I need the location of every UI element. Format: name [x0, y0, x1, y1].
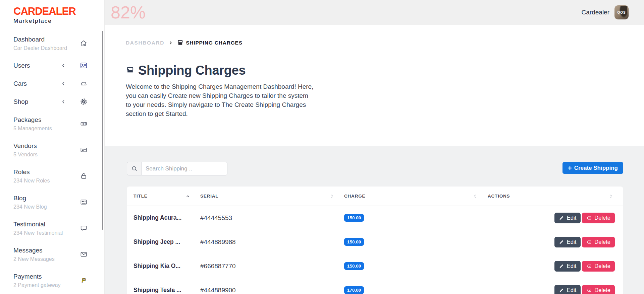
- sort-both-icon[interactable]: [473, 194, 478, 199]
- breadcrumb: DASHBOARD SHIPPING CHARGES: [126, 40, 644, 46]
- edit-label: Edit: [567, 239, 576, 245]
- sidebar-item-dashboard[interactable]: Dashboard Car Dealer Dashboard: [13, 35, 104, 52]
- delete-label: Delete: [594, 263, 610, 269]
- user-name[interactable]: Cardealer: [582, 9, 609, 16]
- table-row: Shipping Tesla ... #444889900 170.00 Edi…: [127, 278, 623, 294]
- edit-button[interactable]: Edit: [554, 213, 581, 223]
- charge-badge: 150.00: [344, 262, 364, 270]
- pencil-icon: [559, 239, 564, 245]
- svg-text:P: P: [82, 277, 86, 284]
- brand-tagline: Marketplace: [13, 18, 104, 24]
- sidebar-item-label: Dashboard: [13, 35, 80, 44]
- chevron-left-icon: [60, 81, 66, 87]
- column-header-charge[interactable]: CHARGE: [344, 194, 488, 199]
- sidebar-item-label: Testimonial: [13, 220, 80, 228]
- page-hero: DASHBOARD SHIPPING CHARGES Shipping Char…: [105, 25, 644, 146]
- edit-button[interactable]: Edit: [554, 261, 581, 272]
- sidebar-item-payments[interactable]: Payments 2 Payment gateway P: [13, 272, 104, 289]
- chevron-left-icon: [60, 99, 66, 105]
- sidebar-item-sublabel: 2 New Messages: [13, 255, 80, 263]
- delete-button[interactable]: Delete: [582, 213, 615, 223]
- sidebar-item-testimonial[interactable]: Testimonial 234 New Testimonial: [13, 220, 104, 236]
- sidebar-item-label: Roles: [13, 168, 80, 176]
- shipping-charges-table: TITLE SERIAL CHARGE: [127, 187, 623, 294]
- row-serial: #44445553: [200, 214, 344, 222]
- column-header-title[interactable]: TITLE: [133, 194, 200, 199]
- sort-both-icon[interactable]: [608, 194, 613, 199]
- table-header-row: TITLE SERIAL CHARGE: [127, 187, 623, 206]
- delete-button[interactable]: Delete: [582, 237, 615, 247]
- main-area: 82% Cardealer QOS DASHBOARD SHIPPING CHA…: [105, 0, 644, 294]
- row-title: Shipping Tesla ...: [133, 287, 200, 294]
- sidebar-item-blog[interactable]: Blog 234 New Blog: [13, 194, 104, 210]
- sidebar-item-label: Users: [13, 61, 60, 70]
- sidebar-item-packages[interactable]: Packages 5 Managements $: [13, 116, 104, 132]
- edit-label: Edit: [567, 215, 576, 221]
- sidebar-item-vendors[interactable]: Vendors 5 Vendors: [13, 142, 104, 158]
- app-window: CARDEALER Marketplace Dashboard Car Deal…: [0, 0, 644, 294]
- row-actions: Edit Delete: [488, 213, 623, 223]
- pencil-icon: [559, 288, 564, 293]
- brand-logo[interactable]: CARDEALER Marketplace: [13, 6, 104, 24]
- id-card-icon: [80, 62, 88, 69]
- brand-name: CARDEALER: [13, 6, 104, 17]
- column-header-actions[interactable]: ACTIONS: [488, 194, 623, 199]
- sidebar-item-text: Packages 5 Managements: [13, 116, 80, 132]
- backspace-icon: [586, 215, 592, 221]
- avatar-label: QOS: [617, 11, 626, 14]
- sort-asc-icon[interactable]: [185, 194, 190, 199]
- sidebar-item-messages[interactable]: Messages 2 New Messages: [13, 246, 104, 263]
- column-label: SERIAL: [200, 194, 218, 199]
- sidebar-item-sublabel: 234 New Roles: [13, 177, 80, 184]
- progress-indicator: 82%: [111, 0, 146, 25]
- delete-button[interactable]: Delete: [582, 261, 615, 272]
- chat-bubble-icon: [80, 224, 88, 232]
- column-label: CHARGE: [344, 194, 365, 199]
- sidebar-item-sublabel: 234 New Blog: [13, 203, 80, 210]
- edit-button[interactable]: Edit: [554, 237, 581, 247]
- search-icon: [127, 162, 141, 175]
- breadcrumb-dashboard-link[interactable]: DASHBOARD: [126, 40, 164, 46]
- row-serial: #444889900: [200, 287, 344, 294]
- sidebar-item-label: Blog: [13, 194, 80, 202]
- row-serial: #444889988: [200, 238, 344, 246]
- topbar: 82% Cardealer QOS: [105, 0, 644, 25]
- sidebar-item-sublabel: 2 Payment gateway: [13, 282, 80, 289]
- server-icon: [177, 40, 183, 46]
- sidebar-item-text: Roles 234 New Roles: [13, 168, 80, 184]
- workarea: + Create Shipping TITLE SERIAL: [105, 146, 644, 294]
- search-group: [127, 162, 227, 175]
- row-charge: 150.00: [344, 214, 488, 222]
- sidebar-item-text: Vendors 5 Vendors: [13, 142, 80, 158]
- sidebar-item-sublabel: 5 Managements: [13, 125, 80, 132]
- sidebar-item-cars[interactable]: Cars: [13, 79, 104, 88]
- sidebar-item-roles[interactable]: Roles 234 New Roles: [13, 168, 104, 184]
- avatar[interactable]: QOS: [614, 5, 629, 19]
- sidebar-item-label: Messages: [13, 246, 80, 254]
- edit-button[interactable]: Edit: [554, 285, 581, 294]
- delete-label: Delete: [594, 239, 610, 245]
- create-shipping-label: Create Shipping: [574, 165, 618, 171]
- sort-both-icon[interactable]: [329, 194, 334, 199]
- sidebar-item-shop[interactable]: Shop: [13, 97, 104, 106]
- sidebar-item-label: Payments: [13, 272, 80, 281]
- search-input[interactable]: [141, 162, 227, 175]
- sidebar-scrollbar[interactable]: [102, 31, 103, 230]
- car-icon: [80, 80, 88, 87]
- create-shipping-button[interactable]: + Create Shipping: [562, 162, 623, 174]
- breadcrumb-current-label: SHIPPING CHARGES: [186, 40, 243, 46]
- charge-badge: 150.00: [344, 214, 364, 222]
- table-row: Shipping Acura... #44445553 150.00 Edit …: [127, 206, 623, 230]
- row-charge: 150.00: [344, 262, 488, 270]
- delete-button[interactable]: Delete: [582, 285, 615, 294]
- sidebar-item-text: Dashboard Car Dealer Dashboard: [13, 35, 80, 52]
- backspace-icon: [586, 239, 592, 245]
- edit-label: Edit: [567, 263, 576, 269]
- sidebar-item-text: Testimonial 234 New Testimonial: [13, 220, 80, 236]
- pencil-icon: [559, 264, 564, 269]
- row-actions: Edit Delete: [488, 261, 623, 272]
- column-header-serial[interactable]: SERIAL: [200, 194, 344, 199]
- sidebar-item-users[interactable]: Users: [13, 61, 104, 70]
- row-charge: 150.00: [344, 238, 488, 246]
- sidebar-item-label: Packages: [13, 116, 80, 124]
